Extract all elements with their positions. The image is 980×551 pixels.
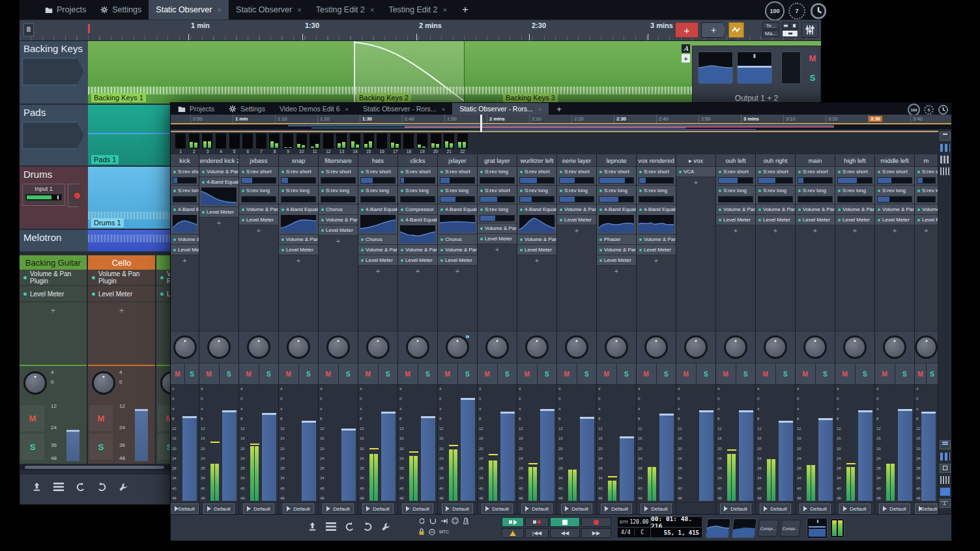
tempo-track-button[interactable]: Te... xyxy=(762,22,779,29)
plugin-volume-pan-plugin[interactable]: Volume & Pan Plugin xyxy=(597,245,636,255)
solo-button[interactable]: S xyxy=(498,363,517,384)
plugin-volume-pan-plugin[interactable]: Volume & Pan Plugin xyxy=(358,245,397,255)
clock-icon[interactable] xyxy=(809,2,828,20)
track-thumb[interactable]: 19 xyxy=(417,134,427,154)
channel-name[interactable]: eerie layer xyxy=(557,154,596,167)
plugin-volume-pan-plugin[interactable]: Volume & Pan Plugin xyxy=(716,205,755,215)
track-thumb[interactable]: 11 xyxy=(310,134,320,154)
pan-knob[interactable] xyxy=(803,335,827,359)
volume-fader[interactable] xyxy=(779,421,793,501)
automation-add-button[interactable]: + xyxy=(682,54,690,63)
plugin-volume-pan-plugin[interactable]: Volume & Pan Plugin xyxy=(637,234,676,245)
plugin-s-rev-long[interactable]: S:rev long xyxy=(398,186,437,205)
track-thumb[interactable]: 15 xyxy=(364,134,374,154)
solo-button[interactable]: S xyxy=(657,363,676,384)
plugin-level-meter[interactable]: Level Meter xyxy=(171,245,199,255)
timeline-ruler[interactable]: 0:501 min1:101:201:301:401:502 mins2:102… xyxy=(171,115,951,124)
racks-icon[interactable] xyxy=(940,440,951,449)
rewind-button[interactable]: ◀◀ xyxy=(550,528,580,538)
pan-knob[interactable] xyxy=(485,335,509,359)
pan-knob[interactable] xyxy=(684,335,708,359)
eq-curve-thumbnail[interactable] xyxy=(400,225,435,243)
add-plugin-button[interactable]: + xyxy=(279,255,318,266)
send-level-bar[interactable] xyxy=(241,196,276,203)
performance-gauge[interactable]: 7 xyxy=(788,3,805,20)
channel-name[interactable]: ouh left xyxy=(716,154,755,167)
track-thumb[interactable]: 1 xyxy=(175,134,186,154)
tab-settings[interactable]: Settings xyxy=(222,103,272,115)
track-header[interactable]: Backing Keys xyxy=(20,41,88,104)
preset-button[interactable]: Default xyxy=(915,503,938,514)
solo-button[interactable]: S xyxy=(418,363,438,384)
pan-knob[interactable] xyxy=(160,371,171,395)
solo-button[interactable]: S xyxy=(458,363,478,384)
volume-fader[interactable] xyxy=(858,410,872,501)
solo-button[interactable]: S xyxy=(158,434,171,460)
preset-button[interactable]: Default xyxy=(839,503,870,514)
clip-label[interactable]: Backing Keys 1 xyxy=(91,93,146,102)
pan-knob[interactable] xyxy=(92,371,115,395)
bpm-value[interactable]: 120.00 xyxy=(629,519,648,525)
channel-name[interactable]: middle left xyxy=(875,154,914,167)
plugin-row[interactable]: Level Meter xyxy=(20,286,87,302)
volume-fader[interactable] xyxy=(699,410,713,501)
plugin-volume-pan-plugin[interactable]: Volume & Pan Plugin xyxy=(557,205,596,215)
tab-static-observer-rors-[interactable]: Static Observer - Rors...× xyxy=(452,103,549,115)
plugin-s-rev-short[interactable]: S:rev short xyxy=(517,167,556,186)
plugin-level-meter[interactable]: Level Meter xyxy=(716,215,755,225)
clock-icon[interactable] xyxy=(938,104,949,115)
channel-name[interactable]: filtersnare xyxy=(319,154,358,167)
tab-static-observer[interactable]: Static Observer× xyxy=(229,0,309,20)
eq-curve-thumbnail[interactable] xyxy=(519,215,555,233)
tab-close-icon[interactable]: × xyxy=(217,6,222,14)
mute-button[interactable]: M xyxy=(716,363,736,384)
preset-button[interactable]: Default xyxy=(601,503,631,514)
plugin-s-rev-long[interactable]: S:rev long xyxy=(478,205,517,223)
preset-button[interactable]: Default xyxy=(323,503,353,514)
master-meter-thumbnail[interactable] xyxy=(781,51,801,84)
pan-knob[interactable] xyxy=(724,335,747,359)
plugin-phaser[interactable]: Phaser xyxy=(597,234,636,245)
track-thumb[interactable]: 21 xyxy=(444,134,454,154)
send-level-bar[interactable] xyxy=(241,177,276,184)
pan-knob[interactable] xyxy=(915,335,938,359)
plugin-volume-pan-plugin[interactable]: Volume & Pan Plugin xyxy=(279,234,318,245)
send-level-bar[interactable] xyxy=(639,177,674,184)
master-fader-thumbnail[interactable] xyxy=(737,51,772,84)
strip-width-2-icon[interactable] xyxy=(940,143,951,152)
strip-width-4-icon[interactable] xyxy=(940,167,951,176)
add-plugin-button[interactable]: + xyxy=(156,302,171,318)
plugin-s-rev-short[interactable]: S:rev short xyxy=(438,167,477,186)
pan-knob[interactable] xyxy=(173,335,197,359)
plugin-s-rev-long[interactable]: S:rev long xyxy=(319,186,358,205)
channel-name[interactable]: Backing Guitar xyxy=(20,255,87,270)
mute-button[interactable]: M xyxy=(478,363,497,384)
track-header[interactable]: DrumsInput 1 xyxy=(20,167,88,229)
collapse-panel-icon[interactable] xyxy=(940,132,951,141)
plugin-s-rev-long[interactable]: S:rev long xyxy=(358,186,397,205)
volume-fader[interactable] xyxy=(500,412,515,501)
plugin-level-meter[interactable]: Level Meter xyxy=(875,215,914,225)
track-header[interactable]: Melotron xyxy=(20,230,88,251)
redo-icon[interactable] xyxy=(97,482,107,492)
add-plugin-button[interactable]: + xyxy=(597,266,636,276)
master-compressor-2-button[interactable]: Compr... xyxy=(780,520,801,537)
volume-fader[interactable] xyxy=(66,430,79,461)
send-level-bar[interactable] xyxy=(480,215,515,221)
return-to-start-button[interactable]: |◀◀ xyxy=(525,528,549,538)
mute-button[interactable]: M xyxy=(676,363,696,384)
insert-button[interactable]: + xyxy=(701,22,726,38)
send-level-bar[interactable] xyxy=(718,177,753,184)
master-plugin-2-thumbnail[interactable] xyxy=(731,518,757,538)
plugin-4-band-equaliser[interactable]: 4-Band Equaliser xyxy=(279,205,318,234)
add-plugin-button[interactable]: + xyxy=(88,302,155,318)
tab-static-observer-rors-[interactable]: Static Observer - Rors...× xyxy=(356,103,452,115)
mute-button[interactable]: M xyxy=(438,363,457,384)
io-view-icon[interactable] xyxy=(940,475,951,485)
add-plugin-button[interactable]: + xyxy=(915,225,938,236)
send-level-bar[interactable] xyxy=(360,177,396,184)
solo-button[interactable]: S xyxy=(220,363,239,384)
track-thumb[interactable]: 13 xyxy=(336,134,347,154)
lock-icon[interactable] xyxy=(418,528,425,535)
plugin-volume-pan-plugin[interactable]: Volume & Pan Plugin xyxy=(199,167,238,177)
